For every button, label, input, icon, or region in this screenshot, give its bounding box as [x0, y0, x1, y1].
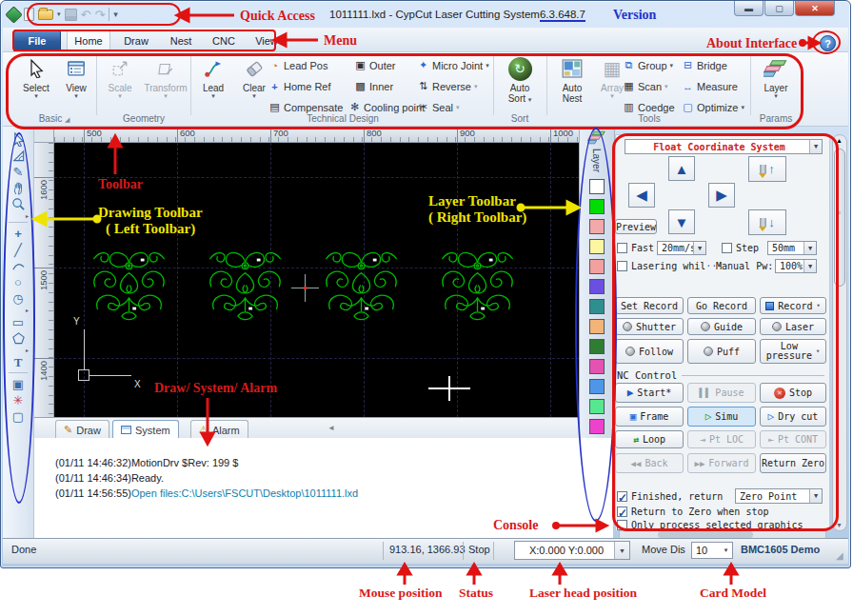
fast-speed-combo[interactable]: 20mm/s▼	[657, 241, 706, 255]
follow-button[interactable]: Follow	[615, 339, 684, 364]
help-button[interactable]: ?	[820, 35, 836, 51]
layer-color-swatch[interactable]	[589, 279, 605, 294]
micro-joint-button[interactable]: ✦Micro Joint▾	[417, 57, 489, 73]
flyout-arrow-icon[interactable]: ▸	[26, 212, 29, 219]
pan-tool-icon[interactable]	[7, 180, 30, 196]
scroll-up-icon[interactable]: ▲	[836, 137, 843, 144]
measure-button[interactable]: ↔Measure	[682, 78, 738, 94]
home-ref-button[interactable]: +Home Ref	[268, 78, 331, 94]
node-edit-tool-icon[interactable]: ✎	[7, 164, 30, 180]
layer-color-swatch[interactable]	[589, 339, 605, 354]
jog-down-button[interactable]: ▼	[668, 209, 695, 234]
layer-color-swatch[interactable]	[589, 419, 605, 434]
console-tab-alarm[interactable]: ⚠Alarm	[190, 420, 248, 439]
frame-button[interactable]: ▣Frame	[615, 407, 684, 427]
align-tool-icon[interactable]: ▣	[7, 376, 30, 392]
jog-left-button[interactable]: ◀	[628, 183, 655, 208]
flyout-arrow-icon[interactable]: ▸	[26, 307, 29, 313]
polygon-tool-icon[interactable]	[7, 330, 30, 347]
simu-button[interactable]: ▷Simu	[687, 407, 756, 427]
stop-button[interactable]: ✕Stop	[760, 383, 826, 403]
open-file-link[interactable]: Open files:C:\Users\FSCUT\Desktop\101111…	[131, 487, 358, 499]
scale-button[interactable]: Scale▾	[99, 54, 141, 111]
jog-right-button[interactable]: ▶	[708, 183, 735, 208]
step-checkbox[interactable]	[722, 243, 732, 253]
go-record-button[interactable]: Go Record	[687, 297, 756, 314]
zero-point-combo[interactable]: Zero Point▼	[735, 488, 823, 504]
tab-cnc[interactable]: CNC	[205, 30, 243, 52]
layer-color-swatch[interactable]	[589, 379, 605, 394]
select-button[interactable]: Select▾	[17, 54, 55, 111]
back-button[interactable]: ◀◀Back	[615, 453, 684, 473]
maximize-button[interactable]: ▢	[764, 1, 794, 16]
return-to-zero-checkbox[interactable]: ✓	[617, 507, 627, 517]
tab-file[interactable]: File	[13, 30, 61, 51]
scan-button[interactable]: ▦Scan▾	[623, 78, 668, 94]
pause-button[interactable]: ▌▌Pause	[687, 383, 756, 403]
pt-loc-button[interactable]: ⇥Pt LOC	[687, 430, 756, 448]
only-selected-checkbox[interactable]	[617, 520, 627, 530]
return-zero-button[interactable]: Return Zero	[760, 453, 826, 473]
transform-button[interactable]: Transform▾	[143, 54, 188, 111]
forward-button[interactable]: ▶▶Forward	[687, 453, 756, 473]
zoom-tool-icon[interactable]	[7, 196, 30, 212]
resize-grip[interactable]: ◢	[836, 550, 843, 561]
scroll-down-icon[interactable]: ▼	[836, 522, 843, 528]
finished-return-checkbox[interactable]: ✓	[617, 491, 627, 502]
layer-color-swatch[interactable]	[589, 299, 605, 314]
set-record-button[interactable]: Set Record	[615, 297, 684, 314]
laser-head-position-combo[interactable]: X:0.000 Y:0.000▼	[514, 541, 630, 560]
view-button[interactable]: View▾	[57, 54, 95, 111]
move-dis-input[interactable]: 10▾	[691, 542, 733, 559]
layer-button[interactable]: Layer▾	[754, 54, 798, 111]
text-tool-icon[interactable]: T	[7, 354, 30, 370]
circle-tool-icon[interactable]: ○	[7, 274, 30, 290]
layer-color-swatch[interactable]	[589, 239, 605, 254]
layer-color-swatch[interactable]	[589, 259, 605, 274]
layer-color-swatch[interactable]	[589, 359, 605, 374]
nozzle-down-button[interactable]: ↓	[748, 209, 786, 235]
laser-button[interactable]: Laser	[760, 318, 826, 335]
layer-color-swatch[interactable]	[589, 319, 605, 334]
bridge-button[interactable]: ⊟Bridge	[682, 57, 727, 73]
flyout-arrow-icon[interactable]: ▸	[26, 347, 29, 353]
pie-tool-icon[interactable]: ◷	[7, 290, 30, 307]
explode-tool-icon[interactable]: ✳	[7, 392, 30, 408]
close-button[interactable]: ✕	[795, 1, 835, 16]
app-logo-icon[interactable]	[8, 6, 20, 23]
fillet-tool-icon[interactable]: ▢	[7, 408, 30, 425]
scrollbar-thumb[interactable]	[834, 149, 845, 287]
layer-color-swatch[interactable]	[589, 399, 605, 414]
manual-pw-combo[interactable]: 100%▼	[775, 259, 817, 273]
outer-button[interactable]: ▣Outer	[354, 57, 396, 73]
scroll-left-icon[interactable]: ◄	[327, 424, 335, 432]
redo-icon[interactable]: ↷	[94, 6, 105, 23]
dry-cut-button[interactable]: ▷Dry cut	[760, 407, 826, 427]
minimize-button[interactable]: ▬	[734, 1, 764, 16]
layer-color-swatch[interactable]	[589, 219, 605, 234]
pt-cont-button[interactable]: ⇥Pt CONT	[760, 430, 826, 448]
rectangle-tool-icon[interactable]: ▭	[7, 314, 30, 330]
start-button[interactable]: ▶Start*	[615, 383, 684, 403]
tab-draw[interactable]: Draw	[115, 30, 157, 52]
ornament-graphic[interactable]	[437, 243, 518, 327]
tab-home[interactable]: Home	[67, 30, 110, 51]
open-dropdown-caret-icon[interactable]: ▾	[57, 6, 61, 23]
line-tool-icon[interactable]: ╱	[7, 242, 30, 258]
undo-icon[interactable]: ↶	[81, 6, 91, 23]
arc-tool-icon[interactable]	[7, 258, 30, 274]
jog-up-button[interactable]: ▲	[668, 156, 695, 181]
inner-button[interactable]: ▩Inner	[354, 78, 393, 94]
reverse-button[interactable]: ⇅Reverse▾	[417, 78, 477, 94]
console-tab-draw[interactable]: ✎Draw	[55, 420, 109, 439]
puff-button[interactable]: Puff	[687, 339, 756, 364]
lead-pos-button[interactable]: ◔Lead Pos	[268, 57, 327, 73]
ornament-graphic[interactable]	[205, 243, 286, 327]
fast-checkbox[interactable]	[617, 243, 627, 253]
auto-sort-button[interactable]: ↻ Auto Sort ▾	[497, 54, 543, 111]
lasering-checkbox[interactable]	[617, 261, 627, 271]
tab-view[interactable]: View	[247, 30, 287, 52]
record-button[interactable]: Record▾	[760, 297, 826, 314]
tab-nest[interactable]: Nest	[161, 30, 201, 52]
layer-color-swatch[interactable]	[589, 199, 605, 214]
